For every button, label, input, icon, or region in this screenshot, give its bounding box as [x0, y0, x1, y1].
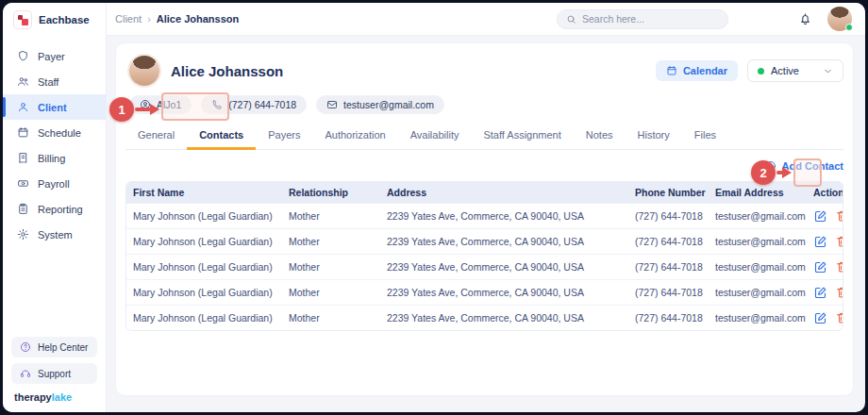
sidebar-item-payroll[interactable]: Payroll — [3, 171, 106, 196]
cell-address: 2239 Yates Ave, Commerce, CA 90040, USA — [387, 287, 635, 298]
sidebar-item-label: Billing — [38, 153, 65, 164]
cell-relationship: Mother — [289, 312, 387, 324]
tab-availability[interactable]: Availability — [398, 124, 472, 150]
calendar-button[interactable]: Calendar — [656, 60, 738, 81]
search-box[interactable] — [557, 9, 728, 29]
status-dropdown[interactable]: Active — [747, 59, 843, 82]
sidebar-item-label: Reporting — [38, 204, 83, 215]
help-center-label: Help Center — [38, 342, 88, 353]
contacts-table: First Name Relationship Address Phone Nu… — [125, 181, 843, 331]
sidebar-item-client[interactable]: Client — [3, 94, 106, 120]
col-action: Action — [813, 187, 843, 198]
cell-address: 2239 Yates Ave, Commerce, CA 90040, USA — [387, 312, 635, 324]
trash-icon[interactable] — [836, 311, 843, 324]
sidebar-item-label: Payroll — [38, 178, 70, 190]
tab-files[interactable]: Files — [682, 124, 728, 150]
sidebar-item-label: Staff — [38, 76, 58, 88]
cell-first-name: Mary Johnson (Legal Guardian) — [133, 287, 289, 298]
clipboard-icon — [17, 203, 29, 215]
edit-icon[interactable] — [813, 235, 827, 249]
phone-icon — [211, 99, 223, 110]
client-email: testuser@gmail.com — [343, 99, 434, 110]
trash-icon[interactable] — [836, 286, 843, 299]
cell-address: 2239 Yates Ave, Commerce, CA 90040, USA — [387, 261, 635, 273]
tab-contacts[interactable]: Contacts — [187, 124, 256, 150]
table-row: Mary Johnson (Legal Guardian) Mother 223… — [126, 203, 843, 228]
trash-icon[interactable] — [836, 260, 843, 274]
cell-relationship: Mother — [289, 261, 387, 273]
edit-icon[interactable] — [813, 311, 827, 325]
help-center-button[interactable]: Help Center — [11, 337, 97, 357]
sidebar-item-payer[interactable]: Payer — [3, 43, 106, 69]
add-contact-button[interactable]: Add Contact — [765, 160, 843, 172]
table-row: Mary Johnson (Legal Guardian) Mother 223… — [126, 279, 843, 305]
breadcrumb-client[interactable]: Client — [115, 13, 142, 25]
tab-staff-assignment[interactable]: Staff Assignment — [471, 124, 573, 150]
table-row: Mary Johnson (Legal Guardian) Mother 223… — [126, 254, 843, 279]
cell-email: testuser@gmail.com — [715, 261, 813, 273]
client-code-chip: AlJo1 — [129, 95, 192, 114]
sidebar-nav: Payer Staff Client Schedule Billing Payr… — [3, 36, 106, 247]
calendar-icon — [17, 126, 29, 139]
sidebar-item-staff[interactable]: Staff — [3, 69, 106, 94]
cell-email: testuser@gmail.com — [715, 312, 813, 324]
bell-icon[interactable] — [798, 12, 812, 26]
edit-icon[interactable] — [813, 209, 827, 224]
search-icon — [566, 14, 576, 25]
active-status-dot — [758, 68, 764, 75]
user-avatar[interactable] — [827, 7, 852, 31]
client-card: Alice Johansson Calendar Active — [115, 42, 854, 396]
sidebar-item-billing[interactable]: Billing — [3, 145, 106, 171]
plus-circle-icon — [765, 160, 776, 172]
sidebar-item-label: Schedule — [38, 127, 81, 139]
tab-notes[interactable]: Notes — [574, 124, 626, 150]
app-logo: Eachbase — [3, 3, 106, 36]
cell-email: testuser@gmail.com — [715, 210, 813, 222]
question-circle-icon — [20, 341, 31, 353]
status-value: Active — [771, 65, 799, 76]
mail-icon — [326, 99, 338, 110]
client-email-chip: testuser@gmail.com — [316, 95, 444, 114]
client-phone-chip: (727) 644-7018 — [201, 95, 307, 114]
main-column: Client › Alice Johansson Alice Johansson — [107, 3, 865, 412]
banknote-icon — [17, 177, 29, 190]
sidebar-item-schedule[interactable]: Schedule — [3, 120, 106, 145]
client-code: AlJo1 — [157, 99, 181, 110]
col-address: Address — [387, 187, 635, 198]
calendar-button-label: Calendar — [683, 65, 727, 76]
client-header: Alice Johansson Calendar Active — [125, 55, 843, 87]
cell-phone: (727) 644-7018 — [635, 210, 715, 222]
users-icon — [17, 75, 29, 88]
cell-first-name: Mary Johnson (Legal Guardian) — [133, 210, 289, 222]
col-email: Email Address — [715, 187, 813, 198]
add-contact-label: Add Contact — [782, 160, 843, 172]
cell-phone: (727) 644-7018 — [635, 236, 715, 247]
client-phone: (727) 644-7018 — [228, 99, 296, 110]
support-button[interactable]: Support — [11, 363, 97, 384]
calendar-icon — [666, 65, 677, 76]
tab-history[interactable]: History — [626, 124, 682, 150]
sidebar-item-reporting[interactable]: Reporting — [3, 196, 106, 222]
cell-relationship: Mother — [289, 287, 387, 298]
tab-authorization[interactable]: Authorization — [312, 124, 397, 150]
edit-icon[interactable] — [813, 260, 827, 274]
receipt-icon — [17, 152, 29, 164]
gear-icon — [17, 228, 29, 241]
trash-icon[interactable] — [836, 235, 843, 248]
cell-first-name: Mary Johnson (Legal Guardian) — [133, 261, 289, 273]
app-logo-icon — [14, 11, 31, 28]
search-input[interactable] — [582, 13, 719, 25]
sidebar-item-label: Payer — [38, 51, 65, 62]
client-chips: AlJo1 (727) 644-7018 testuser@gmail.com — [129, 95, 843, 114]
chevron-down-icon — [823, 66, 833, 76]
tab-bar: General Contacts Payers Authorization Av… — [125, 124, 843, 150]
sidebar-item-system[interactable]: System — [3, 222, 106, 247]
tab-payers[interactable]: Payers — [256, 124, 312, 150]
tab-general[interactable]: General — [125, 124, 187, 150]
breadcrumb: Client › Alice Johansson — [115, 13, 239, 25]
cell-first-name: Mary Johnson (Legal Guardian) — [133, 236, 289, 247]
app-name: Eachbase — [39, 14, 90, 25]
edit-icon[interactable] — [813, 286, 827, 300]
trash-icon[interactable] — [836, 209, 843, 223]
cell-first-name: Mary Johnson (Legal Guardian) — [133, 312, 289, 324]
